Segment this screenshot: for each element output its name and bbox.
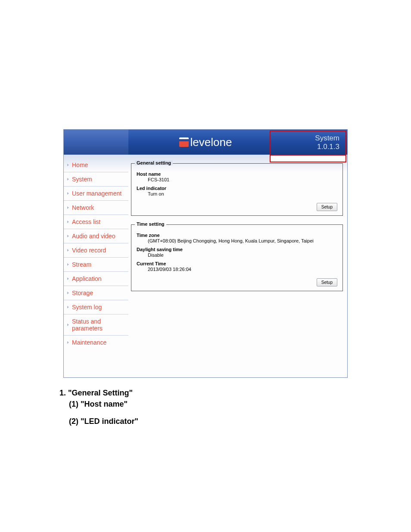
sidebar-item-stream[interactable]: Stream (64, 258, 128, 272)
time-zone-label: Time zone (137, 233, 338, 238)
fieldset-legend: Time setting (135, 221, 166, 227)
logo-mark-icon (179, 137, 189, 147)
sidebar-item-storage[interactable]: Storage (64, 286, 128, 300)
sidebar-item-label: Audio and video (72, 233, 115, 240)
chevron-right-icon (67, 206, 69, 209)
chevron-right-icon (67, 277, 69, 280)
sidebar-item-video-record[interactable]: Video record (64, 243, 128, 258)
sidebar-item-label: Maintenance (72, 339, 106, 346)
sidebar-item-home[interactable]: Home (64, 158, 128, 172)
sidebar-item-system[interactable]: System (64, 172, 128, 187)
admin-panel-screenshot: levelone System 1.0.1.3 Home System User… (63, 129, 348, 378)
sidebar-item-application[interactable]: Application (64, 272, 128, 286)
host-name-value: FCS-3101 (137, 177, 338, 184)
host-name-label: Host name (137, 171, 338, 177)
sidebar-item-label: Storage (72, 289, 93, 296)
sidebar-item-network[interactable]: Network (64, 201, 128, 215)
chevron-right-icon (67, 164, 69, 166)
chevron-right-icon (67, 292, 69, 294)
current-time-label: Current Time (137, 261, 338, 266)
time-zone-value: (GMT+08:00) Beijing Chongqing, Hong Hong… (137, 238, 338, 245)
sidebar-item-user-management[interactable]: User management (64, 187, 128, 201)
doc-sub-1-2: (2) "LED indicator" (69, 416, 411, 427)
sidebar-item-label: Application (72, 275, 102, 282)
doc-sub-1-1: (1) "Host name" (69, 398, 411, 410)
header-bar: levelone System 1.0.1.3 (64, 130, 347, 155)
sidebar-item-label: System (72, 176, 92, 183)
body-row: Home System User management Network Acce… (64, 155, 347, 377)
sidebar-item-label: Network (72, 204, 94, 211)
dst-label: Daylight saving time (137, 247, 338, 252)
chevron-right-icon (67, 178, 69, 180)
time-setup-button[interactable]: Setup (317, 278, 337, 286)
document-text: 1. "General Setting" (1) "Host name" (2)… (59, 387, 411, 427)
sidebar-item-label: System log (72, 304, 102, 311)
led-indicator-value: Turn on (137, 191, 338, 198)
chevron-right-icon (67, 263, 69, 266)
chevron-right-icon (67, 341, 69, 344)
sidebar-item-label: Status and parameters (72, 318, 125, 332)
chevron-right-icon (67, 221, 69, 223)
sidebar-item-system-log[interactable]: System log (64, 300, 128, 314)
chevron-right-icon (67, 324, 69, 326)
led-indicator-label: Led indicator (137, 186, 338, 191)
content-area: General setting Host name FCS-3101 Led i… (128, 155, 347, 377)
sidebar-item-audio-video[interactable]: Audio and video (64, 229, 128, 243)
sidebar-item-label: Video record (72, 247, 106, 254)
doc-section-1: 1. "General Setting" (59, 387, 411, 398)
dst-value: Disable (137, 252, 338, 259)
current-time-value: 2013/09/03 18:26:04 (137, 266, 338, 274)
content-spacer (131, 300, 343, 364)
sidebar-item-status-parameters[interactable]: Status and parameters (64, 314, 128, 336)
header-system-info-box: System 1.0.1.3 (270, 131, 346, 156)
general-setting-panel: General setting Host name FCS-3101 Led i… (131, 163, 343, 216)
general-setup-button[interactable]: Setup (317, 203, 337, 211)
logo-text: levelone (190, 136, 232, 149)
header-version: 1.0.1.3 (271, 143, 339, 151)
chevron-right-icon (67, 235, 69, 237)
sidebar-item-maintenance[interactable]: Maintenance (64, 336, 128, 349)
chevron-right-icon (67, 249, 69, 252)
logo: levelone (179, 136, 232, 149)
chevron-right-icon (67, 192, 69, 195)
chevron-right-icon (67, 306, 69, 308)
header-system-label: System (271, 134, 339, 143)
sidebar-item-label: Access list (72, 218, 100, 225)
time-setting-panel: Time setting Time zone (GMT+08:00) Beiji… (131, 224, 343, 291)
sidebar-item-label: User management (72, 190, 121, 197)
sidebar-item-label: Home (72, 162, 88, 168)
sidebar-item-access-list[interactable]: Access list (64, 215, 128, 229)
sidebar-item-label: Stream (72, 261, 91, 268)
fieldset-legend: General setting (135, 160, 173, 165)
sidebar-nav: Home System User management Network Acce… (64, 155, 128, 377)
